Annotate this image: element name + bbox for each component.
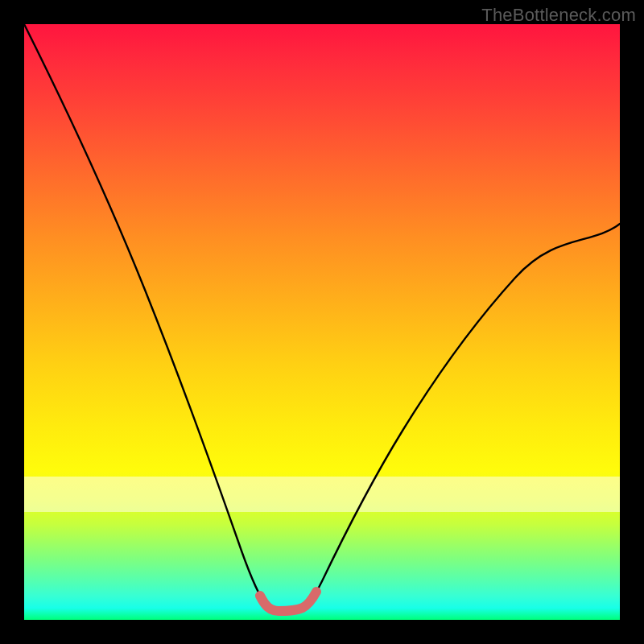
chart-svg bbox=[24, 24, 620, 620]
bottleneck-curve-path bbox=[24, 24, 620, 611]
plot-area bbox=[24, 24, 620, 620]
chart-frame: TheBottleneck.com bbox=[0, 0, 644, 644]
bottleneck-curve-highlight bbox=[260, 592, 316, 611]
watermark-text: TheBottleneck.com bbox=[481, 5, 636, 26]
